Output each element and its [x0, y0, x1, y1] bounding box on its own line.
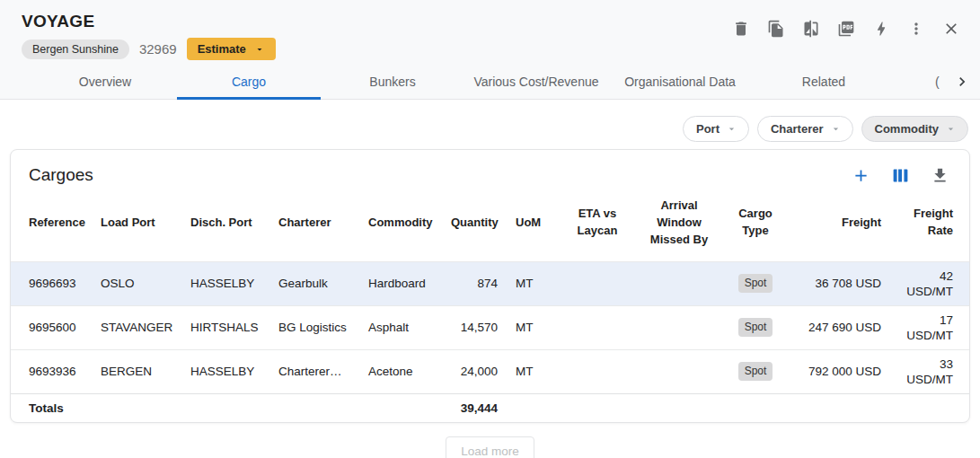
- cell-cargo-type: Spot: [724, 349, 787, 393]
- bolt-icon: [872, 20, 890, 38]
- estimate-button[interactable]: Estimate: [187, 38, 276, 60]
- filter-bar: Port Charterer Commodity: [10, 100, 970, 142]
- download-icon: [931, 166, 949, 185]
- cell-cargo-type: Spot: [724, 261, 787, 305]
- cell-commodity: Asphalt: [359, 305, 442, 349]
- tabs-overflow: (: [935, 64, 980, 99]
- filter-commodity-label: Commodity: [875, 122, 940, 136]
- cell-arrival-window-missed-by: [634, 305, 724, 349]
- delete-icon: [732, 20, 750, 38]
- topbar: VOYAGE Bergen Sunshine 32969 Estimate: [0, 0, 980, 64]
- filter-charterer[interactable]: Charterer: [757, 116, 853, 142]
- cell-freight-rate: 42 USD/MT: [890, 261, 970, 305]
- cell-eta-vs-laycan: [561, 305, 634, 349]
- cell-load-port: BERGEN: [92, 349, 181, 393]
- cell-arrival-window-missed-by: [634, 261, 724, 305]
- bolt-button[interactable]: [871, 19, 890, 38]
- cell-freight: 36 708 USD: [787, 261, 890, 305]
- table-totals: Totals 39,444: [11, 393, 970, 422]
- cell-reference: 9695600: [11, 305, 92, 349]
- more-options-button[interactable]: [906, 19, 925, 38]
- table-header: Reference Load Port Disch. Port Chartere…: [11, 185, 970, 261]
- tab-organisational-data[interactable]: Organisational Data: [608, 64, 752, 99]
- cell-commodity: Hardboard: [359, 261, 442, 305]
- pdf-export-button[interactable]: [836, 19, 855, 38]
- chevron-down-icon: [830, 123, 842, 135]
- column-header-arrival-window-missed-by: Arrival Window Missed By: [634, 185, 724, 261]
- chevron-down-icon: [254, 44, 265, 55]
- add-icon: [852, 166, 870, 185]
- tab-overflow-partial: (: [935, 75, 944, 89]
- cargo-type-badge: Spot: [738, 362, 773, 381]
- cell-commodity: Acetone: [359, 349, 442, 393]
- cell-load-port: STAVANGER: [92, 305, 181, 349]
- column-header-load-port: Load Port: [92, 185, 181, 261]
- cell-cargo-type: Spot: [724, 305, 787, 349]
- table-row[interactable]: 9696693 OSLO HASSELBY Gearbulk Hardboard…: [11, 261, 970, 305]
- chevron-down-icon: [726, 123, 737, 135]
- column-settings-button[interactable]: [891, 166, 910, 185]
- cell-charterer: Charterer…: [269, 349, 359, 393]
- filter-port[interactable]: Port: [683, 116, 749, 142]
- cargo-type-badge: Spot: [738, 274, 773, 293]
- columns-icon: [891, 166, 910, 185]
- cargo-tab-content: Port Charterer Commodity Cargoes: [0, 100, 980, 458]
- delete-button[interactable]: [731, 19, 750, 38]
- card-actions: [852, 166, 949, 185]
- cell-uom: MT: [507, 305, 561, 349]
- table-row[interactable]: 9693936 BERGEN HASSELBY Charterer… Aceto…: [11, 349, 970, 393]
- cell-charterer: Gearbulk: [269, 261, 359, 305]
- column-header-freight: Freight: [787, 185, 890, 261]
- voyage-page: VOYAGE Bergen Sunshine 32969 Estimate: [0, 0, 980, 458]
- download-button[interactable]: [931, 166, 949, 185]
- pdf-export-icon: [837, 20, 855, 38]
- column-header-uom: UoM: [507, 185, 561, 261]
- add-cargo-button[interactable]: [852, 166, 870, 185]
- column-header-quantity: Quantity: [442, 185, 507, 261]
- cell-freight: 247 690 USD: [787, 305, 890, 349]
- load-more-button[interactable]: Load more: [446, 436, 534, 458]
- tab-cargo[interactable]: Cargo: [177, 64, 321, 99]
- cell-uom: MT: [507, 349, 561, 393]
- column-header-commodity: Commodity: [359, 185, 442, 261]
- close-button[interactable]: [941, 19, 960, 38]
- column-header-charterer: Charterer: [269, 185, 359, 261]
- filter-charterer-label: Charterer: [771, 122, 824, 136]
- vessel-chip[interactable]: Bergen Sunshine: [22, 40, 129, 59]
- header-action-icons: [731, 19, 960, 38]
- compare-icon: [802, 20, 820, 38]
- table-row[interactable]: 9695600 STAVANGER HIRTSHALS BG Logistics…: [11, 305, 970, 349]
- tab-overview[interactable]: Overview: [33, 64, 177, 99]
- tab-bunkers[interactable]: Bunkers: [321, 64, 464, 99]
- column-header-freight-rate: Freight Rate: [890, 185, 970, 261]
- copy-icon: [767, 20, 785, 38]
- estimate-button-label: Estimate: [198, 42, 246, 56]
- voyage-subrow: Bergen Sunshine 32969 Estimate: [22, 38, 958, 60]
- cell-uom: MT: [507, 261, 561, 305]
- compare-button[interactable]: [801, 19, 820, 38]
- cell-eta-vs-laycan: [561, 349, 634, 393]
- column-header-cargo-type: Cargo Type: [724, 185, 787, 261]
- copy-button[interactable]: [766, 19, 785, 38]
- column-header-disch-port: Disch. Port: [181, 185, 269, 261]
- cell-disch-port: HASSELBY: [181, 261, 269, 305]
- cell-arrival-window-missed-by: [634, 349, 724, 393]
- tabs-scroll-right-button[interactable]: [949, 64, 975, 99]
- tab-various-cost-revenue[interactable]: Various Cost/Revenue: [464, 64, 608, 99]
- filter-commodity[interactable]: Commodity: [861, 116, 969, 142]
- filter-port-label: Port: [696, 122, 720, 136]
- cell-disch-port: HIRTSHALS: [181, 305, 269, 349]
- cell-charterer: BG Logistics: [269, 305, 359, 349]
- cargoes-card-header: Cargoes: [11, 150, 969, 185]
- cell-quantity: 874: [442, 261, 507, 305]
- voyage-header: VOYAGE Bergen Sunshine 32969 Estimate: [0, 0, 980, 100]
- cell-freight-rate: 33 USD/MT: [890, 349, 970, 393]
- column-header-reference: Reference: [11, 185, 92, 261]
- cargoes-table: Reference Load Port Disch. Port Chartere…: [11, 185, 970, 422]
- cell-load-port: OSLO: [92, 261, 181, 305]
- cell-eta-vs-laycan: [561, 261, 634, 305]
- tab-related[interactable]: Related: [752, 64, 896, 99]
- cell-reference: 9693936: [11, 349, 92, 393]
- card-title: Cargoes: [29, 165, 93, 185]
- cell-disch-port: HASSELBY: [181, 349, 269, 393]
